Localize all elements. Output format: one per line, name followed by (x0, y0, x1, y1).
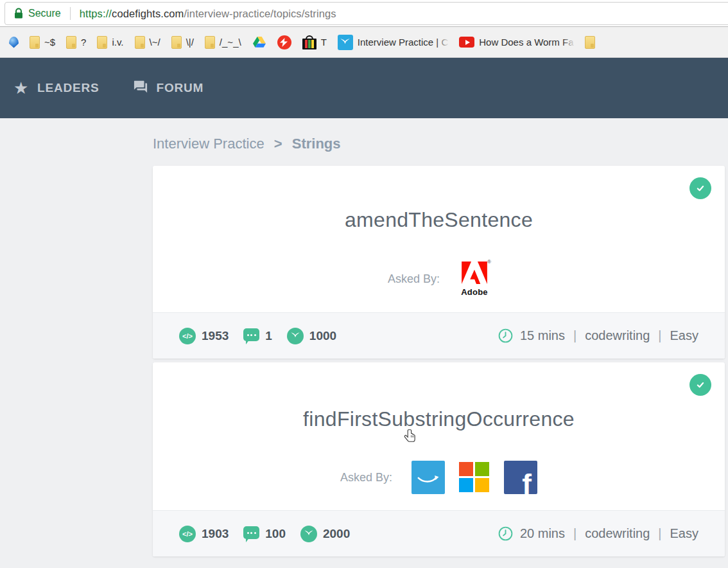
task-difficulty: Easy (670, 526, 698, 541)
url-scheme: https:// (80, 8, 112, 19)
comments-count: 100 (265, 527, 286, 541)
coins-count: 1000 (309, 329, 336, 343)
comments-icon (243, 328, 259, 341)
meta-separator: | (573, 328, 576, 343)
task-difficulty: Easy (670, 328, 698, 343)
security-label[interactable]: Secure (28, 8, 61, 19)
nav-leaders-label: LEADERS (37, 81, 99, 95)
asked-by-row: Asked By: ® Adobe (153, 262, 725, 297)
youtube-icon (459, 37, 474, 48)
task-title[interactable]: amendTheSentence (153, 166, 725, 232)
nav-leaders[interactable]: ★ LEADERS (13, 80, 100, 96)
code-icon: </> (179, 526, 196, 542)
adobe-logo: ® Adobe (459, 262, 490, 297)
coins-count: 2000 (323, 527, 350, 541)
address-bar[interactable]: Secure https://codefights.com/interview-… (4, 2, 728, 25)
solved-check-icon (689, 177, 711, 199)
bookmarks-bar: ~$ ? i.v. \~/ \|/ /_~_\ T Interview Prac… (0, 27, 728, 58)
time-estimate: 15 mins (520, 328, 565, 343)
breadcrumb-parent[interactable]: Interview Practice (153, 136, 264, 152)
asked-by-row: Asked By: f (153, 461, 725, 494)
shopping-bag-icon (302, 35, 316, 49)
bookmark-label: Interview Practice | C (358, 37, 448, 48)
bookmark-item[interactable]: ~$ (30, 36, 55, 49)
bookmark-label: How Does a Worm Fa (479, 37, 573, 48)
bookmark-label: /_~_\ (220, 37, 241, 48)
solvers-stat: </> 1903 (179, 526, 229, 542)
coins-stat: 2000 (300, 526, 350, 542)
lock-icon[interactable] (14, 8, 23, 19)
bookmark-label: ~$ (44, 37, 55, 48)
solvers-count: 1903 (202, 527, 229, 541)
folder-icon (585, 36, 595, 49)
bookmark-item[interactable]: ? (66, 36, 86, 49)
address-bar-divider (70, 7, 71, 20)
solvers-stat: </> 1953 (179, 328, 229, 344)
asked-by-label: Asked By: (388, 272, 440, 286)
clock-icon (498, 526, 514, 542)
bookmark-item[interactable]: How Does a Worm Fa (459, 37, 573, 48)
main-content: Interview Practice > Strings amendTheSen… (0, 118, 728, 568)
code-icon: </> (179, 328, 196, 344)
microsoft-logo (459, 462, 490, 493)
task-stats-bar: </> 1953 1 1000 15 mins (153, 312, 725, 359)
google-drive-icon (252, 36, 266, 49)
bookmark-label: \|/ (186, 37, 194, 48)
bookmark-item[interactable] (252, 36, 266, 49)
bookmark-item[interactable] (277, 35, 291, 49)
task-title[interactable]: findFirstSubstringOccurrence (153, 362, 725, 431)
codefights-coin-icon (287, 328, 304, 344)
folder-icon (97, 36, 107, 49)
nav-forum-label: FORUM (157, 81, 204, 95)
task-mode: codewriting (585, 328, 650, 343)
gem-icon (9, 37, 19, 48)
comments-icon (243, 526, 259, 539)
url-domain: codefights.com (112, 8, 184, 19)
bookmark-item[interactable]: /_~_\ (205, 36, 241, 49)
folder-icon (171, 36, 182, 49)
bookmark-label: \~/ (150, 37, 160, 48)
facebook-letter: f (522, 468, 532, 494)
comments-stat: 100 (243, 527, 286, 541)
bookmark-item[interactable]: T (302, 35, 327, 49)
facebook-logo: f (504, 461, 537, 494)
task-card-amendTheSentence[interactable]: amendTheSentence Asked By: ® Adobe </> 1… (153, 166, 725, 359)
comments-count: 1 (265, 329, 272, 343)
buzzfeed-icon (277, 35, 291, 49)
adobe-wordmark: Adobe (459, 287, 490, 297)
url-text[interactable]: https://codefights.com/interview-practic… (80, 8, 336, 20)
solvers-count: 1953 (202, 329, 229, 343)
meta-separator: | (658, 328, 661, 343)
task-meta: 20 mins | codewriting | Easy (498, 526, 698, 542)
bookmark-item[interactable]: \~/ (135, 36, 160, 49)
time-estimate: 20 mins (520, 526, 565, 541)
breadcrumb: Interview Practice > Strings (153, 136, 728, 152)
bookmark-item[interactable]: Interview Practice | C (338, 35, 448, 50)
task-meta: 15 mins | codewriting | Easy (498, 328, 698, 344)
bookmark-label: i.v. (112, 37, 123, 48)
meta-separator: | (573, 526, 576, 541)
task-mode: codewriting (585, 526, 650, 541)
coins-stat: 1000 (287, 328, 336, 344)
amazon-logo (412, 461, 445, 494)
task-stats-bar: </> 1903 100 2000 20 mins (153, 510, 725, 556)
bookmark-item[interactable]: \|/ (171, 36, 194, 49)
asked-by-label: Asked By: (340, 471, 392, 484)
breadcrumb-current: Strings (292, 136, 341, 152)
stat-counts: </> 1953 1 1000 (179, 328, 336, 344)
browser-chrome: Secure https://codefights.com/interview-… (0, 0, 728, 27)
bookmark-item[interactable] (585, 36, 595, 49)
top-navbar: ★ LEADERS FORUM (0, 58, 728, 118)
task-card-findFirstSubstringOccurrence[interactable]: findFirstSubstringOccurrence Asked By: f… (153, 362, 725, 556)
folder-icon (205, 36, 215, 49)
url-path: /interview-practice/topics/strings (184, 8, 336, 19)
bookmark-label: ? (81, 37, 86, 48)
nav-forum[interactable]: FORUM (133, 80, 204, 97)
forum-icon (133, 80, 148, 97)
breadcrumb-separator: > (274, 136, 282, 152)
bookmark-item[interactable] (9, 37, 19, 48)
folder-icon (66, 36, 76, 49)
stat-counts: </> 1903 100 2000 (179, 526, 350, 542)
bookmark-item[interactable]: i.v. (97, 36, 123, 49)
folder-icon (30, 36, 40, 49)
